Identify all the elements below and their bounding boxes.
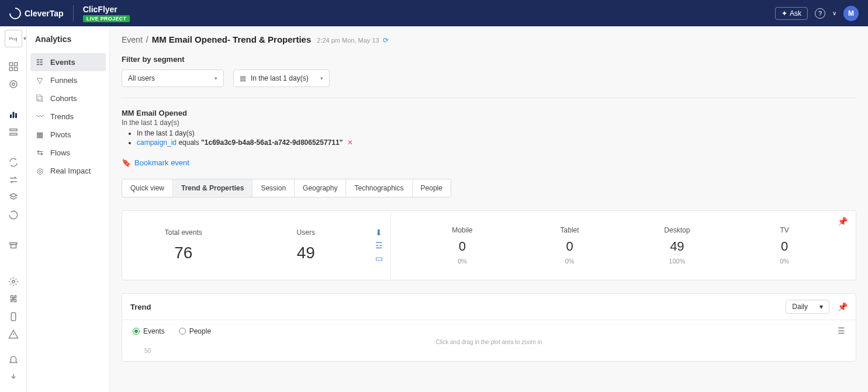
svg-rect-2 — [9, 68, 12, 71]
nav-rail: Proj▾ — [0, 26, 27, 392]
rail-download-icon[interactable] — [5, 369, 22, 386]
users-stat: Users 49 — [245, 228, 368, 262]
rail-bell-icon[interactable] — [5, 351, 22, 369]
project-switcher[interactable]: ClicFlyer LIVE PROJECT — [83, 5, 130, 22]
sidebar-item-cohorts[interactable]: ⿻ Cohorts — [27, 89, 109, 107]
sidebar-item-trends[interactable]: 〰 Trends — [27, 107, 109, 126]
breadcrumb-current: MM Email Opened- Trend & Properties — [152, 34, 312, 44]
tab-trend-properties[interactable]: Trend & Properties — [173, 179, 253, 197]
chevron-down-icon: ▾ — [215, 75, 217, 81]
rail-phone-icon[interactable] — [5, 308, 22, 325]
platform-desktop: Desktop 49 100% — [624, 226, 731, 265]
rail-refresh-icon[interactable] — [5, 206, 22, 224]
bookmark-icon: 🔖 — [122, 158, 131, 167]
pin-icon[interactable]: 📌 — [838, 302, 848, 311]
event-summary: MM Email Opened In the last 1 day(s) In … — [122, 109, 856, 147]
view-tabs: Quick view Trend & Properties Session Ge… — [122, 179, 451, 197]
sidebar-item-real-impact[interactable]: ◎ Real Impact — [27, 162, 109, 180]
topbar: CleverTap ClicFlyer LIVE PROJECT ✦ Ask ?… — [0, 0, 868, 26]
rail-puzzle-icon[interactable] — [5, 290, 22, 308]
brand-name: CleverTap — [25, 9, 64, 18]
remove-filter-icon[interactable]: ✕ — [347, 138, 353, 147]
trend-card: Trend Daily ▾ 📌 Events People — [122, 293, 856, 362]
trends-icon: 〰 — [35, 112, 44, 121]
impact-icon: ◎ — [35, 166, 44, 175]
chevron-down-icon[interactable]: ∨ — [832, 10, 836, 16]
segment-select[interactable]: All users ▾ — [122, 70, 224, 87]
rail-archive-icon[interactable] — [5, 237, 22, 254]
tab-technographics[interactable]: Technographics — [346, 179, 412, 197]
sidebar-item-label: Funnels — [50, 76, 77, 85]
ask-label: Ask — [790, 9, 801, 18]
sidebar-item-label: Cohorts — [50, 94, 77, 103]
filter-label: Filter by segment — [122, 55, 856, 64]
campaign-key[interactable]: campaign_id — [137, 138, 177, 147]
pin-icon[interactable]: 📌 — [838, 217, 848, 226]
chevron-down-icon: ▾ — [320, 75, 323, 81]
bookmark-event-button[interactable]: 🔖 Bookmark event — [122, 158, 856, 167]
radio-events[interactable]: Events — [133, 327, 165, 335]
rail-swap-icon[interactable] — [5, 171, 22, 189]
rail-analytics-icon[interactable] — [5, 106, 22, 123]
avatar[interactable]: M — [843, 6, 859, 21]
project-badge: LIVE PROJECT — [83, 15, 130, 22]
sidebar-item-flows[interactable]: ⇆ Flows — [27, 144, 109, 162]
analytics-sidebar: Analytics ☷ Events ▽ Funnels ⿻ Cohorts 〰… — [27, 26, 110, 392]
event-bullet-campaign: campaign_id equals "1c69a3c9-b4a8-56a1-a… — [137, 138, 856, 147]
stat-label: Total events — [122, 228, 245, 237]
stats-card: 📌 Total events 76 Users 49 ⬇ ☲ ▭ Mo — [122, 210, 856, 280]
help-icon[interactable]: ? — [815, 8, 825, 19]
divider — [122, 98, 856, 98]
sidebar-item-label: Trends — [50, 112, 74, 121]
svg-rect-10 — [10, 133, 17, 135]
download-icon[interactable]: ⬇ — [375, 228, 382, 237]
tab-session[interactable]: Session — [253, 179, 295, 197]
rail-warning-icon[interactable] — [5, 325, 22, 343]
rail-boards-icon[interactable] — [5, 58, 22, 75]
list-icon[interactable]: ☲ — [375, 241, 383, 250]
total-events-stat: Total events 76 — [122, 228, 245, 262]
svg-rect-0 — [9, 63, 12, 65]
chart-menu-icon[interactable]: ☰ — [838, 326, 845, 335]
sidebar-item-pivots[interactable]: ▦ Pivots — [27, 126, 109, 144]
radio-dot — [179, 328, 186, 335]
tab-quick-view[interactable]: Quick view — [122, 179, 173, 197]
breadcrumb-root[interactable]: Event — [122, 35, 143, 44]
svg-point-4 — [10, 81, 17, 88]
export-icon[interactable]: ▭ — [375, 254, 383, 263]
tab-people[interactable]: People — [413, 179, 451, 197]
equals-text: equals — [178, 138, 199, 147]
stat-label: Users — [245, 228, 368, 237]
sparkle-icon: ✦ — [781, 9, 787, 18]
event-bullet: In the last 1 day(s) — [137, 129, 856, 137]
svg-rect-8 — [15, 113, 17, 118]
granularity-select[interactable]: Daily ▾ — [786, 300, 829, 314]
radio-people[interactable]: People — [179, 327, 211, 335]
daterange-select[interactable]: ▦ In the last 1 day(s) ▾ — [233, 70, 330, 87]
platform-mobile: Mobile 0 0% — [409, 226, 516, 265]
tab-geography[interactable]: Geography — [295, 179, 346, 197]
svg-point-5 — [12, 83, 15, 86]
svg-rect-3 — [14, 68, 17, 71]
event-sub: In the last 1 day(s) — [122, 119, 856, 127]
svg-rect-9 — [10, 129, 17, 131]
flows-icon: ⇆ — [35, 148, 44, 157]
sidebar-title: Analytics — [27, 34, 109, 53]
ask-button[interactable]: ✦ Ask — [775, 7, 808, 20]
clevertap-logo-icon — [7, 5, 23, 21]
rail-sync-icon[interactable] — [5, 154, 22, 171]
sidebar-item-events[interactable]: ☷ Events — [30, 53, 106, 71]
rail-gear-icon[interactable] — [5, 273, 22, 290]
refresh-icon[interactable]: ⟳ — [383, 36, 389, 44]
radio-dot — [133, 328, 140, 335]
svg-rect-7 — [12, 112, 14, 119]
zoom-hint: Click and drag in the plot area to zoom … — [133, 339, 845, 345]
rail-project[interactable]: Proj▾ — [5, 30, 22, 47]
rail-stack-icon[interactable] — [5, 189, 22, 206]
rail-segments-icon[interactable] — [5, 123, 22, 141]
calendar-icon: ▦ — [240, 74, 246, 82]
rail-target-icon[interactable] — [5, 75, 22, 93]
sidebar-item-label: Events — [50, 58, 75, 67]
brand-logo[interactable]: CleverTap — [9, 8, 64, 19]
sidebar-item-funnels[interactable]: ▽ Funnels — [27, 71, 109, 89]
